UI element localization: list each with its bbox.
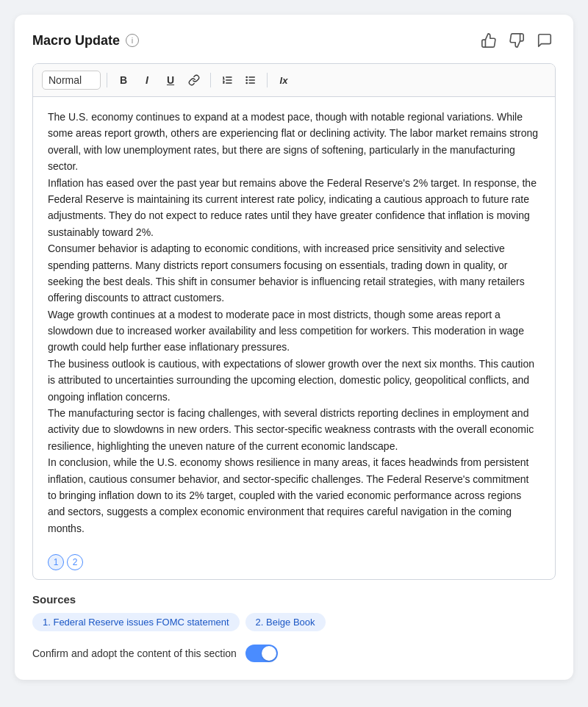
sources-title: Sources bbox=[32, 593, 556, 606]
thumbs-up-button[interactable] bbox=[478, 29, 500, 51]
macro-update-card: Macro Update i bbox=[15, 15, 573, 680]
confirm-toggle[interactable] bbox=[245, 645, 278, 662]
underline-button[interactable]: U bbox=[160, 70, 181, 90]
toggle-knob bbox=[262, 646, 276, 661]
svg-point-6 bbox=[246, 76, 247, 77]
source-chip-1[interactable]: 1. Federal Reserve issues FOMC statement bbox=[32, 613, 240, 631]
style-select[interactable]: Normal bbox=[42, 71, 101, 90]
sources-list: 1. Federal Reserve issues FOMC statement… bbox=[32, 613, 556, 631]
clear-format-button[interactable]: Ix bbox=[273, 70, 294, 90]
svg-point-8 bbox=[246, 82, 247, 83]
paragraph-4: Wage growth continues at a modest to mod… bbox=[48, 306, 540, 356]
ordered-list-button[interactable] bbox=[217, 70, 237, 90]
editor-content[interactable]: The U.S. economy continues to expand at … bbox=[33, 97, 555, 548]
thumbs-down-button[interactable] bbox=[506, 29, 528, 51]
confirm-label: Confirm and adopt the content of this se… bbox=[32, 647, 237, 659]
link-button[interactable] bbox=[184, 70, 204, 90]
header-actions bbox=[478, 29, 556, 51]
comment-button[interactable] bbox=[534, 29, 556, 51]
toolbar-divider-2 bbox=[210, 73, 211, 87]
editor-toolbar: Normal B I U bbox=[33, 64, 555, 97]
italic-button[interactable]: I bbox=[137, 70, 157, 90]
title-group: Macro Update i bbox=[32, 33, 139, 49]
paragraph-2: Inflation has eased over the past year b… bbox=[48, 175, 540, 241]
page-1-button[interactable]: 1 bbox=[48, 554, 64, 570]
page-numbers: 1 2 bbox=[33, 548, 555, 579]
info-icon[interactable]: i bbox=[126, 34, 139, 47]
unordered-list-button[interactable] bbox=[240, 70, 261, 90]
svg-point-7 bbox=[246, 79, 247, 80]
toolbar-divider-1 bbox=[107, 73, 107, 87]
paragraph-1: The U.S. economy continues to expand at … bbox=[48, 109, 540, 175]
card-title: Macro Update bbox=[32, 33, 120, 49]
paragraph-7: In conclusion, while the U.S. economy sh… bbox=[48, 454, 540, 536]
sources-section: Sources 1. Federal Reserve issues FOMC s… bbox=[32, 593, 556, 631]
confirm-section: Confirm and adopt the content of this se… bbox=[32, 645, 556, 662]
editor-wrapper: Normal B I U bbox=[32, 63, 556, 580]
card-header: Macro Update i bbox=[32, 29, 556, 51]
style-select-wrapper[interactable]: Normal bbox=[42, 71, 101, 90]
source-chip-2[interactable]: 2. Beige Book bbox=[245, 613, 326, 631]
paragraph-5: The business outlook is cautious, with e… bbox=[48, 356, 540, 405]
paragraph-6: The manufacturing sector is facing chall… bbox=[48, 405, 540, 454]
paragraph-3: Consumer behavior is adapting to economi… bbox=[48, 240, 540, 306]
page-2-button[interactable]: 2 bbox=[67, 554, 83, 570]
bold-button[interactable]: B bbox=[113, 70, 134, 90]
toolbar-divider-3 bbox=[267, 73, 268, 87]
